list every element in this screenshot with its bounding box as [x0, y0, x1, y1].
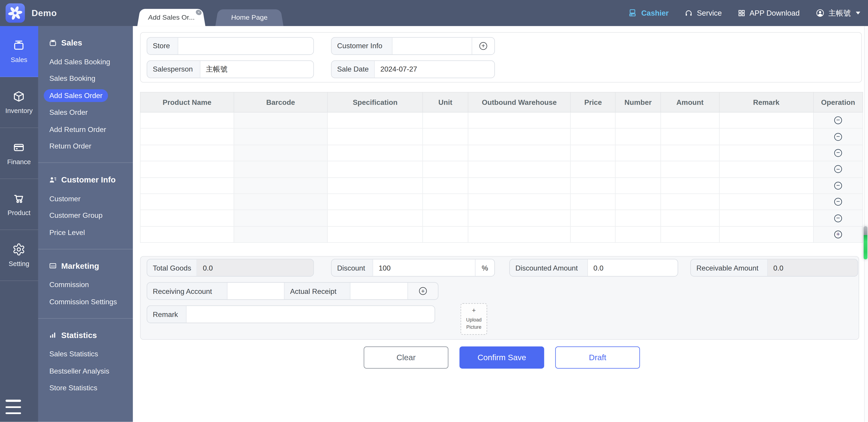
remove-row-button[interactable]: −	[834, 149, 842, 157]
cell-remark[interactable]	[719, 210, 813, 226]
cell-price[interactable]	[571, 177, 616, 194]
cell-price[interactable]	[571, 161, 616, 177]
cell-price[interactable]	[571, 112, 616, 129]
sidebar-item-inventory[interactable]: Inventory	[0, 77, 38, 128]
app-download-menu-item[interactable]: APP Download	[737, 9, 800, 17]
cell-barcode[interactable]	[234, 129, 328, 145]
cell-barcode[interactable]	[234, 145, 328, 161]
cell-amount[interactable]	[661, 177, 719, 194]
cell-specification[interactable]	[328, 129, 423, 145]
add-receipt-button[interactable]: +	[407, 283, 438, 299]
cell-outbound-warehouse[interactable]	[468, 177, 571, 194]
sidebar-item-sales[interactable]: Sales	[0, 26, 38, 77]
sidebar-item-commission-settings[interactable]: Commission Settings	[38, 293, 133, 310]
sidebar-item-finance[interactable]: Finance	[0, 128, 38, 179]
sidebar-item-bestseller-analysis[interactable]: Bestseller Analysis	[38, 362, 133, 379]
cell-barcode[interactable]	[234, 161, 328, 177]
cell-product-name[interactable]	[141, 129, 234, 145]
sidebar-item-sales-statistics[interactable]: Sales Statistics	[38, 346, 133, 363]
cell-product-name[interactable]	[141, 194, 234, 210]
cell-amount[interactable]	[661, 226, 719, 243]
cell-remark[interactable]	[719, 161, 813, 177]
remove-row-button[interactable]: −	[834, 133, 842, 141]
receiving-account-input[interactable]	[227, 283, 284, 299]
cell-number[interactable]	[615, 145, 660, 161]
cell-remark[interactable]	[719, 177, 813, 194]
confirm-save-button[interactable]: Confirm Save	[459, 346, 544, 369]
cell-remark[interactable]	[719, 226, 813, 243]
cell-number[interactable]	[615, 210, 660, 226]
store-input[interactable]	[178, 37, 313, 54]
discount-input[interactable]	[373, 259, 475, 276]
cell-specification[interactable]	[328, 194, 423, 210]
account-menu-item[interactable]: 主帳號	[815, 8, 860, 18]
sidebar-item-return-order[interactable]: Return Order	[38, 138, 133, 154]
sidebar-item-add-sales-booking[interactable]: Add Sales Booking	[38, 53, 133, 70]
cell-number[interactable]	[615, 112, 660, 129]
discounted-amount-input[interactable]	[588, 259, 678, 276]
draft-button[interactable]: Draft	[555, 346, 640, 369]
scrollbar-thumb[interactable]	[863, 226, 867, 259]
cell-product-name[interactable]	[141, 210, 234, 226]
cell-product-name[interactable]	[141, 145, 234, 161]
salesperson-input[interactable]	[200, 61, 313, 77]
scrollbar-track[interactable]	[864, 26, 868, 422]
cell-specification[interactable]	[328, 210, 423, 226]
remark-input[interactable]	[187, 306, 435, 322]
cell-barcode[interactable]	[234, 210, 328, 226]
remove-row-button[interactable]: −	[834, 198, 842, 205]
cell-unit[interactable]	[423, 210, 468, 226]
close-tab-icon[interactable]: ×	[195, 10, 202, 15]
sidebar-item-product[interactable]: Product	[0, 179, 38, 230]
upload-picture-button[interactable]: + UploadPicture	[461, 303, 487, 335]
cell-product-name[interactable]	[141, 161, 234, 177]
sidebar-item-price-level[interactable]: Price Level	[38, 224, 133, 241]
cell-product-name[interactable]	[141, 177, 234, 194]
cell-specification[interactable]	[328, 226, 423, 243]
remove-row-button[interactable]: −	[834, 117, 842, 124]
sidebar-item-sales-order[interactable]: Sales Order	[38, 104, 133, 121]
clear-button[interactable]: Clear	[364, 346, 448, 369]
add-row-button[interactable]: +	[834, 230, 842, 238]
cell-amount[interactable]	[661, 112, 719, 129]
sidebar-item-setting[interactable]: Setting	[0, 230, 38, 281]
cell-unit[interactable]	[423, 161, 468, 177]
cell-product-name[interactable]	[141, 112, 234, 129]
sidebar-item-customer-group[interactable]: Customer Group	[38, 207, 133, 224]
cell-number[interactable]	[615, 177, 660, 194]
cell-barcode[interactable]	[234, 194, 328, 210]
cell-price[interactable]	[571, 194, 616, 210]
cell-price[interactable]	[571, 145, 616, 161]
cell-number[interactable]	[615, 161, 660, 177]
collapse-menu-button[interactable]	[5, 400, 21, 414]
cell-remark[interactable]	[719, 145, 813, 161]
sidebar-item-commission[interactable]: Commission	[38, 276, 133, 293]
cell-barcode[interactable]	[234, 112, 328, 129]
sidebar-item-sales-booking[interactable]: Sales Booking	[38, 70, 133, 87]
sidebar-item-store-statistics[interactable]: Store Statistics	[38, 379, 133, 396]
cell-price[interactable]	[571, 210, 616, 226]
customer-input[interactable]	[393, 37, 472, 54]
cell-remark[interactable]	[719, 129, 813, 145]
cell-number[interactable]	[615, 226, 660, 243]
cell-specification[interactable]	[328, 161, 423, 177]
cell-product-name[interactable]	[141, 226, 234, 243]
cell-outbound-warehouse[interactable]	[468, 112, 571, 129]
cell-unit[interactable]	[423, 129, 468, 145]
sidebar-item-add-sales-order[interactable]: Add Sales Order	[38, 87, 133, 104]
cell-outbound-warehouse[interactable]	[468, 194, 571, 210]
cell-amount[interactable]	[661, 129, 719, 145]
cell-outbound-warehouse[interactable]	[468, 145, 571, 161]
cell-remark[interactable]	[719, 112, 813, 129]
cell-outbound-warehouse[interactable]	[468, 129, 571, 145]
cell-price[interactable]	[571, 129, 616, 145]
cell-specification[interactable]	[328, 177, 423, 194]
add-customer-button[interactable]: +	[472, 37, 494, 54]
cell-amount[interactable]	[661, 161, 719, 177]
cell-unit[interactable]	[423, 112, 468, 129]
tab-home-page[interactable]: Home Page	[215, 9, 283, 26]
cell-amount[interactable]	[661, 210, 719, 226]
cell-number[interactable]	[615, 129, 660, 145]
tab-add-sales-order[interactable]: Add Sales Or... ×	[137, 9, 205, 26]
cell-specification[interactable]	[328, 145, 423, 161]
